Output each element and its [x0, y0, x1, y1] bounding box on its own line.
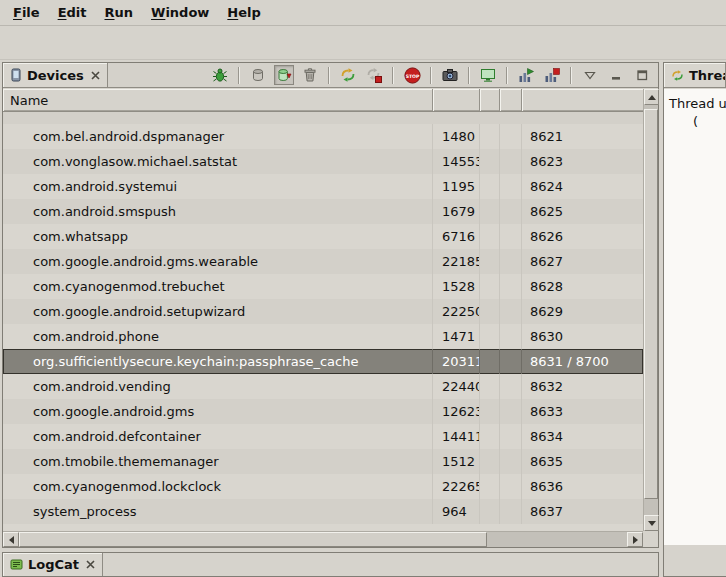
- column-header-narrow-1[interactable]: [480, 89, 500, 111]
- column-header-narrow-2[interactable]: [500, 89, 522, 111]
- toolbar-separator: [570, 67, 572, 84]
- profiling-stop-icon[interactable]: [542, 65, 562, 85]
- stop-threads-icon[interactable]: [364, 65, 384, 85]
- column-header-pid[interactable]: [433, 89, 480, 111]
- process-port: 8633: [522, 399, 643, 424]
- update-threads-icon[interactable]: [338, 65, 358, 85]
- process-row[interactable]: com.vonglasow.michael.satstat 14553 8623: [3, 149, 643, 174]
- process-port: 8621: [522, 124, 643, 149]
- process-cell-narrow-2: [500, 499, 522, 524]
- process-cell-narrow-2: [500, 474, 522, 499]
- screen-capture-icon[interactable]: [440, 65, 460, 85]
- process-row[interactable]: com.cyanogenmod.lockclock 22265 8636: [3, 474, 643, 499]
- process-name: com.tmobile.thememanager: [3, 449, 433, 474]
- process-row[interactable]: com.google.android.gms.wearable 22185 86…: [3, 249, 643, 274]
- toolbar-separator: [430, 67, 432, 84]
- vertical-scroll-thumb[interactable]: [644, 109, 658, 499]
- process-cell-narrow-2: [500, 274, 522, 299]
- scroll-up-button[interactable]: [644, 89, 659, 105]
- devices-tabbar: Devices: [3, 63, 658, 88]
- screen-record-icon[interactable]: [478, 65, 498, 85]
- close-icon[interactable]: [86, 560, 95, 569]
- threads-icon: [671, 69, 684, 82]
- process-port: 8629: [522, 299, 643, 324]
- process-pid: 1679: [433, 199, 480, 224]
- process-cell-narrow-1: [480, 424, 500, 449]
- process-cell-narrow-1: [480, 374, 500, 399]
- process-row[interactable]: com.google.android.gms 12623 8633: [3, 399, 643, 424]
- process-row[interactable]: com.android.phone 1471 8630: [3, 324, 643, 349]
- debug-icon[interactable]: [210, 65, 230, 85]
- view-menu-icon[interactable]: [580, 65, 600, 85]
- process-cell-narrow-1: [480, 249, 500, 274]
- scroll-right-button[interactable]: [627, 532, 643, 547]
- process-cell-narrow-2: [500, 249, 522, 274]
- process-port: 8624: [522, 174, 643, 199]
- menu-edit[interactable]: Edit: [49, 2, 96, 23]
- process-row[interactable]: org.sufficientlysecure.keychain:passphra…: [3, 349, 643, 374]
- close-icon[interactable]: [91, 71, 100, 80]
- horizontal-scrollbar[interactable]: [3, 531, 643, 547]
- process-row[interactable]: com.android.smspush 1679 8625: [3, 199, 643, 224]
- process-row[interactable]: com.tmobile.thememanager 1512 8635: [3, 449, 643, 474]
- menu-bar: File Edit Run Window Help: [0, 0, 726, 26]
- process-row[interactable]: com.google.android.setupwizard 22250 862…: [3, 299, 643, 324]
- process-port: 8626: [522, 224, 643, 249]
- tab-logcat[interactable]: LogCat: [3, 553, 103, 576]
- menu-run[interactable]: Run: [96, 2, 143, 23]
- process-name: com.android.defcontainer: [3, 424, 433, 449]
- process-row[interactable]: com.bel.android.dspmanager 1480 8621: [3, 124, 643, 149]
- process-cell-narrow-2: [500, 199, 522, 224]
- scrollbar-corner: [643, 531, 658, 547]
- menu-help[interactable]: Help: [218, 2, 269, 23]
- process-port: 8627: [522, 249, 643, 274]
- column-header-name[interactable]: Name: [3, 89, 433, 111]
- process-row[interactable]: com.cyanogenmod.trebuchet 1528 8628: [3, 274, 643, 299]
- maximize-icon[interactable]: [632, 65, 652, 85]
- process-cell-narrow-1: [480, 299, 500, 324]
- update-heap-icon[interactable]: [248, 65, 268, 85]
- process-port: 8635: [522, 449, 643, 474]
- process-cell-narrow-1: [480, 224, 500, 249]
- scroll-down-button[interactable]: [644, 515, 659, 531]
- arrow-left-icon: [9, 536, 14, 544]
- process-port: 8631 / 8700: [522, 349, 643, 374]
- cause-gc-icon[interactable]: [300, 65, 320, 85]
- process-port: 8632: [522, 374, 643, 399]
- process-row[interactable]: com.android.vending 22440 8632: [3, 374, 643, 399]
- vertical-scrollbar[interactable]: [643, 89, 658, 531]
- process-pid: 1528: [433, 274, 480, 299]
- horizontal-scroll-track[interactable]: [19, 532, 627, 547]
- toolbar-separator: [328, 67, 330, 84]
- process-row[interactable]: com.android.systemui 1195 8624: [3, 174, 643, 199]
- process-name: com.android.smspush: [3, 199, 433, 224]
- process-pid: 1471: [433, 324, 480, 349]
- column-header-port[interactable]: [522, 89, 643, 111]
- tab-devices[interactable]: Devices: [3, 63, 108, 87]
- process-name: com.bel.android.dspmanager: [3, 124, 433, 149]
- menu-window[interactable]: Window: [142, 2, 218, 23]
- stop-process-icon[interactable]: STOP: [402, 65, 422, 85]
- process-row[interactable]: system_process 964 8637: [3, 499, 643, 524]
- process-port: 8623: [522, 149, 643, 174]
- process-pid: 22185: [433, 249, 480, 274]
- scroll-left-button[interactable]: [3, 532, 19, 547]
- menu-file[interactable]: File: [4, 2, 49, 23]
- tab-logcat-label: LogCat: [28, 557, 79, 572]
- process-port: 8637: [522, 499, 643, 524]
- horizontal-scroll-thumb[interactable]: [19, 532, 487, 547]
- logcat-bar: LogCat: [2, 552, 659, 577]
- process-pid: 12623: [433, 399, 480, 424]
- dump-hprof-icon[interactable]: [274, 65, 294, 85]
- process-row[interactable]: com.whatsapp 6716 8626: [3, 224, 643, 249]
- process-name: com.whatsapp: [3, 224, 433, 249]
- tab-threads[interactable]: Threads: [664, 63, 726, 87]
- vertical-scroll-track[interactable]: [644, 105, 658, 515]
- process-row[interactable]: com.android.defcontainer 14411 8634: [3, 424, 643, 449]
- process-cell-narrow-2: [500, 424, 522, 449]
- process-cell-narrow-2: [500, 124, 522, 149]
- process-pid: 14411: [433, 424, 480, 449]
- profiling-start-icon[interactable]: [516, 65, 536, 85]
- process-port: 8634: [522, 424, 643, 449]
- minimize-icon[interactable]: [606, 65, 626, 85]
